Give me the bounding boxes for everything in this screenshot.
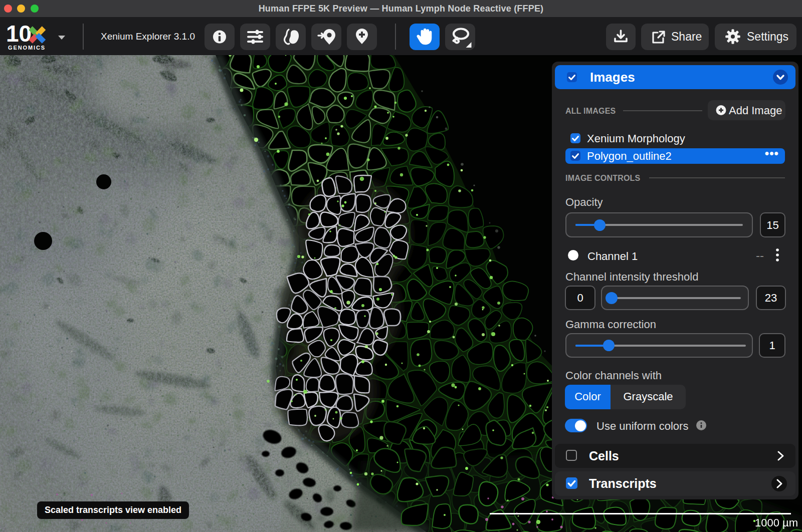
svg-text:GENOMICS: GENOMICS bbox=[8, 45, 46, 51]
svg-text:10: 10 bbox=[7, 23, 32, 47]
